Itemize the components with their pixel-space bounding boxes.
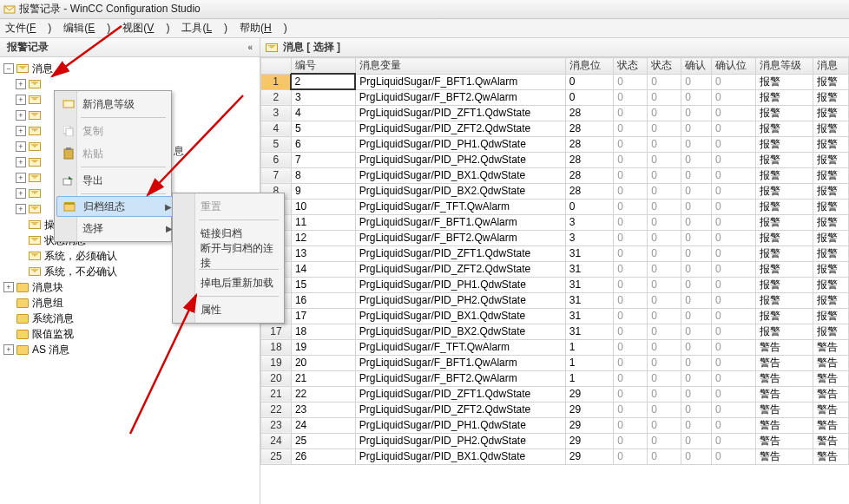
cell-variable[interactable]: PrgLiquidSugar/PID_PH2.QdwState: [355, 292, 565, 308]
cell-number[interactable]: 10: [291, 199, 355, 214]
cell-zero[interactable]: 0: [681, 105, 712, 121]
cell-msg[interactable]: 警告: [813, 339, 848, 355]
cell-variable[interactable]: PrgLiquidSugar/PID_BX1.QdwState: [355, 167, 565, 183]
cell-zero[interactable]: 0: [648, 136, 681, 152]
data-table[interactable]: 编号消息变量消息位状态状态确认确认位消息等级消息 12PrgLiquidSuga…: [260, 57, 849, 465]
cell-bit[interactable]: 0: [565, 74, 613, 89]
cell-variable[interactable]: PrgLiquidSugar/PID_PH2.QdwState: [355, 433, 565, 448]
cell-zero[interactable]: 0: [681, 183, 712, 199]
row-header[interactable]: 19: [261, 355, 292, 370]
cell-zero[interactable]: 0: [648, 261, 681, 277]
cell-zero[interactable]: 0: [681, 324, 712, 339]
cell-zero[interactable]: 0: [614, 245, 648, 261]
cell-bit[interactable]: 28: [565, 152, 613, 167]
cell-bit[interactable]: 31: [565, 292, 613, 308]
cell-zero[interactable]: 0: [614, 448, 648, 464]
table-row[interactable]: 1920PrgLiquidSugar/F_BFT1.QwAlarm10000警告…: [261, 355, 849, 370]
cell-zero[interactable]: 0: [614, 183, 648, 199]
cell-zero[interactable]: 0: [614, 308, 648, 324]
cell-level[interactable]: 警告: [756, 370, 813, 386]
cell-number[interactable]: 11: [291, 214, 355, 230]
row-header[interactable]: 6: [261, 152, 292, 167]
corner-cell[interactable]: [261, 58, 292, 75]
table-row[interactable]: 89PrgLiquidSugar/PID_BX2.QdwState280000报…: [261, 183, 849, 199]
cell-number[interactable]: 21: [291, 370, 355, 386]
context-submenu[interactable]: 重置链接归档断开与归档的连接掉电后重新加载属性: [172, 193, 285, 324]
row-header[interactable]: 17: [261, 324, 292, 339]
cell-number[interactable]: 4: [291, 105, 355, 121]
cell-number[interactable]: 13: [291, 245, 355, 261]
cell-zero[interactable]: 0: [712, 355, 756, 370]
cell-msg[interactable]: 警告: [813, 433, 848, 448]
cell-variable[interactable]: PrgLiquidSugar/PID_ZFT1.QdwState: [355, 245, 565, 261]
menu-item[interactable]: 新消息等级: [56, 93, 178, 115]
menu-v[interactable]: 视图(V): [122, 21, 169, 36]
cell-variable[interactable]: PrgLiquidSugar/PID_PH1.QdwState: [355, 136, 565, 152]
column-header[interactable]: 消息等级: [756, 58, 813, 75]
menu-item[interactable]: 归档组态▶: [56, 196, 178, 217]
table-row[interactable]: 23PrgLiquidSugar/F_BFT2.QwAlarm00000报警报警: [261, 89, 849, 105]
cell-zero[interactable]: 0: [681, 167, 712, 183]
cell-zero[interactable]: 0: [681, 417, 712, 433]
cell-bit[interactable]: 29: [565, 417, 613, 433]
table-row[interactable]: 2122PrgLiquidSugar/PID_ZFT1.QdwState2900…: [261, 386, 849, 402]
cell-zero[interactable]: 0: [681, 277, 712, 292]
cell-bit[interactable]: 1: [565, 339, 613, 355]
submenu-item[interactable]: 断开与归档的连接: [174, 245, 296, 267]
column-header[interactable]: 消息位: [565, 58, 613, 75]
cell-level[interactable]: 报警: [756, 167, 813, 183]
cell-zero[interactable]: 0: [681, 433, 712, 448]
cell-bit[interactable]: 0: [565, 89, 613, 105]
cell-zero[interactable]: 0: [648, 339, 681, 355]
cell-msg[interactable]: 报警: [813, 292, 848, 308]
row-header[interactable]: 3: [261, 105, 292, 121]
cell-zero[interactable]: 0: [681, 261, 712, 277]
cell-msg[interactable]: 警告: [813, 402, 848, 417]
cell-zero[interactable]: 0: [712, 230, 756, 245]
cell-bit[interactable]: 28: [565, 136, 613, 152]
cell-zero[interactable]: 0: [681, 355, 712, 370]
cell-zero[interactable]: 0: [712, 74, 756, 89]
row-header[interactable]: 25: [261, 448, 292, 464]
cell-zero[interactable]: 0: [681, 121, 712, 136]
table-row[interactable]: 67PrgLiquidSugar/PID_PH2.QdwState280000报…: [261, 152, 849, 167]
cell-zero[interactable]: 0: [712, 433, 756, 448]
column-header[interactable]: 状态: [614, 58, 648, 75]
menu-f[interactable]: 文件(F): [5, 21, 51, 36]
cell-zero[interactable]: 0: [712, 89, 756, 105]
cell-number[interactable]: 19: [291, 339, 355, 355]
cell-variable[interactable]: PrgLiquidSugar/PID_BX2.QdwState: [355, 183, 565, 199]
table-row[interactable]: 2223PrgLiquidSugar/PID_ZFT2.QdwState2900…: [261, 402, 849, 417]
menu-h[interactable]: 帮助(H): [240, 21, 287, 36]
cell-msg[interactable]: 报警: [813, 121, 848, 136]
cell-msg[interactable]: 报警: [813, 89, 848, 105]
column-header[interactable]: 消息变量: [355, 58, 565, 75]
row-header[interactable]: 4: [261, 121, 292, 136]
cell-zero[interactable]: 0: [712, 105, 756, 121]
grid[interactable]: 编号消息变量消息位状态状态确认确认位消息等级消息 12PrgLiquidSuga…: [260, 57, 849, 504]
cell-zero[interactable]: 0: [681, 214, 712, 230]
table-row[interactable]: 1415PrgLiquidSugar/PID_PH1.QdwState31000…: [261, 277, 849, 292]
cell-variable[interactable]: PrgLiquidSugar/PID_ZFT1.QdwState: [355, 386, 565, 402]
row-header[interactable]: 1: [261, 74, 292, 89]
cell-zero[interactable]: 0: [614, 167, 648, 183]
cell-zero[interactable]: 0: [712, 152, 756, 167]
cell-number[interactable]: 15: [291, 277, 355, 292]
table-row[interactable]: 45PrgLiquidSugar/PID_ZFT2.QdwState280000…: [261, 121, 849, 136]
table-row[interactable]: 910PrgLiquidSugar/F_TFT.QwAlarm00000报警报警: [261, 199, 849, 214]
cell-bit[interactable]: 3: [565, 214, 613, 230]
cell-zero[interactable]: 0: [648, 230, 681, 245]
cell-level[interactable]: 报警: [756, 199, 813, 214]
row-header[interactable]: 21: [261, 386, 292, 402]
tree-twisty-icon[interactable]: −: [3, 63, 14, 74]
cell-bit[interactable]: 1: [565, 370, 613, 386]
cell-number[interactable]: 14: [291, 261, 355, 277]
cell-variable[interactable]: PrgLiquidSugar/F_BFT2.QwAlarm: [355, 230, 565, 245]
cell-zero[interactable]: 0: [681, 152, 712, 167]
cell-zero[interactable]: 0: [614, 370, 648, 386]
cell-number[interactable]: 20: [291, 355, 355, 370]
cell-zero[interactable]: 0: [648, 183, 681, 199]
cell-zero[interactable]: 0: [712, 261, 756, 277]
cell-zero[interactable]: 0: [614, 121, 648, 136]
table-row[interactable]: 56PrgLiquidSugar/PID_PH1.QdwState280000报…: [261, 136, 849, 152]
